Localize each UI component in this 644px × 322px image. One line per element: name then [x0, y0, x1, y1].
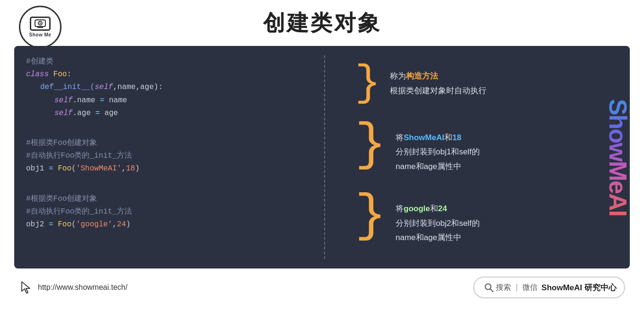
code-line-self-name: self.name = name: [26, 94, 315, 107]
code-comment-2a: #根据类Foo创建对象: [26, 139, 97, 147]
footer-divider: |: [516, 283, 518, 292]
explain-text-2: 将ShowMeAI和18 分别封装到obj1和self的 name和age属性中: [396, 131, 480, 174]
main-content: #创建类 class Foo: def__init__(self,name,ag…: [14, 46, 630, 268]
logo: Show Me: [19, 6, 62, 48]
footer-brand-name: ShowMeAI 研究中心: [541, 282, 617, 293]
code-comment-1: #创建类: [26, 57, 53, 66]
footer-left: http://www.showmeai.tech/: [19, 280, 127, 295]
footer: http://www.showmeai.tech/ 搜索 | 微信 ShowMe…: [0, 271, 644, 304]
code-block-2: #根据类Foo创建对象 #自动执行Foo类的_init_方法 obj1 = Fo…: [26, 137, 315, 176]
code-line-obj2: obj2 = Foo('google',24): [26, 220, 131, 229]
brand-watermark: ShowMeAI: [606, 99, 630, 216]
footer-search[interactable]: 搜索 | 微信 ShowMeAI 研究中心: [473, 277, 625, 298]
code-line-obj1: obj1 = Foo('ShowMeAI',18): [26, 164, 140, 173]
code-block-1: #创建类 class Foo: def__init__(self,name,ag…: [26, 55, 315, 120]
side-accent: ShowMeAI: [606, 46, 630, 268]
svg-line-7: [490, 289, 493, 292]
header: Show Me 创建类对象: [0, 0, 644, 44]
brace-1: }: [355, 64, 380, 103]
footer-search-text: 搜索: [496, 283, 511, 293]
code-block-3: #根据类Foo创建对象 #自动执行Foo类的_init_方法 obj2 = Fo…: [26, 193, 315, 232]
code-comment-3b: #自动执行Foo类的_init_方法: [26, 207, 132, 216]
code-divider: [324, 55, 325, 259]
svg-point-2: [40, 23, 41, 24]
footer-url: http://www.showmeai.tech/: [38, 283, 127, 292]
code-line-class: class Foo:: [26, 70, 71, 79]
footer-wechat-label: 微信: [522, 283, 538, 293]
logo-text: Show Me: [29, 32, 52, 37]
explain-item-1: } 称为构造方法 根据类创建对象时自动执行: [355, 69, 601, 103]
brace-3: }: [355, 192, 386, 239]
code-line-def: def__init__(self,name,age):: [26, 81, 315, 94]
page-title: 创建类对象: [263, 9, 381, 38]
explain-item-3: } 将google和24 分别封装到obj2和self的 name和age属性中: [355, 202, 601, 245]
explain-item-2: } 将ShowMeAI和18 分别封装到obj1和self的 name和age属…: [355, 131, 601, 174]
explain-text-3: 将google和24 分别封装到obj2和self的 name和age属性中: [396, 202, 480, 245]
code-comment-3a: #根据类Foo创建对象: [26, 195, 97, 203]
code-comment-2b: #自动执行Foo类的_init_方法: [26, 152, 132, 160]
explain-panel: } 称为构造方法 根据类创建对象时自动执行 } 将ShowMeAI和18 分别封…: [326, 46, 630, 268]
brace-2: }: [355, 121, 386, 168]
search-icon: [482, 280, 496, 295]
logo-screen: [30, 17, 51, 31]
code-panel: #创建类 class Foo: def__init__(self,name,ag…: [14, 46, 326, 268]
explain-text-1: 称为构造方法 根据类创建对象时自动执行: [390, 69, 486, 98]
code-line-self-age: self.age = age: [26, 107, 315, 120]
cursor-icon: [19, 280, 33, 295]
